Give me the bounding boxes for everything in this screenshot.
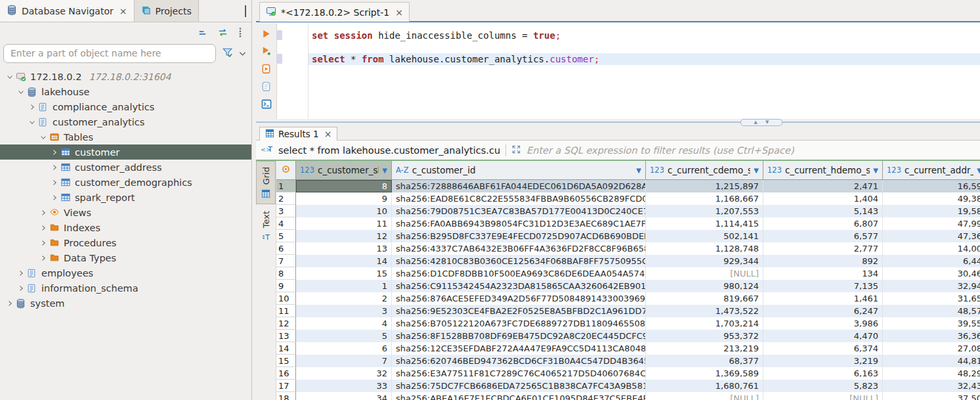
row-number[interactable]: 9	[276, 280, 296, 292]
table-cell[interactable]: 32,43	[883, 380, 980, 392]
table-cell[interactable]: 1,461	[763, 292, 883, 305]
table-cell[interactable]: sha256:B295D8FC337E9E4FECD0725D907ACD6B6…	[392, 230, 646, 242]
splitter-sash[interactable]: ▲ ▼	[740, 119, 782, 126]
row-number[interactable]: 2	[276, 192, 296, 205]
table-cell[interactable]: 1,404	[763, 192, 883, 205]
table-cell[interactable]: 213,219	[646, 342, 763, 355]
column-header-c_current_hdemo_sk[interactable]: 123c_current_hdemo_sk▼	[763, 161, 883, 179]
chevron-down-icon[interactable]	[26, 118, 37, 126]
table-cell[interactable]: 27,08	[883, 342, 980, 355]
table-cell[interactable]: sha256:8F1528BB708DF69EB475DC92A8C20EC44…	[392, 330, 646, 342]
tree-item-information-schema[interactable]: information_schema	[0, 280, 251, 296]
row-number[interactable]: 4	[276, 217, 296, 230]
chevron-right-icon[interactable]	[49, 148, 60, 156]
row-number[interactable]: 1	[276, 180, 296, 192]
table-cell[interactable]: 19,58	[883, 205, 980, 217]
table-cell[interactable]: sha256:FA0ABB6943B98054FC31D12D3E3AEC689…	[392, 217, 646, 230]
tree-item-indexes[interactable]: Indexes	[0, 220, 251, 235]
row-number[interactable]: 12	[276, 317, 296, 330]
table-cell[interactable]: 4	[296, 317, 392, 330]
sort-dropdown-icon[interactable]: ▼	[873, 167, 878, 174]
table-cell[interactable]: 502,141	[646, 230, 763, 242]
chevron-down-icon[interactable]	[15, 88, 26, 96]
table-cell[interactable]: 47,36	[883, 230, 980, 242]
table-cell[interactable]: 8	[296, 180, 392, 192]
tree-item-compliance-analytics[interactable]: compliance_analytics	[0, 99, 251, 114]
table-cell[interactable]: sha256:EAD8E61C8C22E555834FBBA9B60556CB2…	[392, 192, 646, 205]
table-cell[interactable]: 16,59	[883, 180, 980, 192]
view-menu-button[interactable]	[238, 27, 242, 37]
table-cell[interactable]: 7	[296, 355, 392, 367]
sql-code-area[interactable]: set session hide_inaccessible_columns = …	[309, 24, 980, 119]
tree-item-spark-report[interactable]: spark_report	[0, 190, 251, 205]
table-cell[interactable]: sha256:75DC7FCB6686EDA72565C1B838CA7FC43…	[392, 380, 646, 392]
table-cell[interactable]: 3,219	[763, 355, 883, 367]
table-cell[interactable]: 4,470	[763, 330, 883, 342]
tree-item-customer-analytics[interactable]: customer_analytics	[0, 114, 251, 129]
table-cell[interactable]: sha256:9E52303CE4FBA2E2F0525E8A5BFBD2C1A…	[392, 305, 646, 317]
table-cell[interactable]: 48,29	[883, 367, 980, 380]
chevron-right-icon[interactable]	[37, 209, 49, 217]
chevron-right-icon[interactable]	[37, 224, 49, 232]
editor-results-splitter[interactable]: ▲ ▼	[256, 119, 980, 126]
column-header-c_current_addr_sk[interactable]: 123c_current_addr_sk▼	[883, 161, 980, 179]
chevron-right-icon[interactable]	[49, 164, 60, 171]
row-number[interactable]: 5	[276, 230, 296, 242]
tree-item-views[interactable]: Views	[0, 205, 251, 220]
table-cell[interactable]: 7,135	[763, 280, 883, 292]
table-cell[interactable]: [NULL]	[646, 267, 763, 280]
table-cell[interactable]: 32,94	[883, 280, 980, 292]
row-number[interactable]: 6	[276, 242, 296, 255]
tab-projects[interactable]: Projects	[135, 0, 199, 22]
table-cell[interactable]: [NULL]	[646, 392, 763, 400]
table-cell[interactable]: 48,57	[883, 305, 980, 317]
chevron-down-icon[interactable]	[239, 48, 246, 58]
row-number[interactable]: 16	[276, 367, 296, 380]
sort-dropdown-icon[interactable]: ▼	[754, 167, 759, 174]
table-cell[interactable]: sha256:12CE35EFDABF272A4A47E9FA9CC5D4113…	[392, 342, 646, 355]
sort-dropdown-icon[interactable]: ▼	[382, 167, 387, 174]
chevron-right-icon[interactable]	[26, 103, 37, 111]
table-cell[interactable]: 2	[296, 292, 392, 305]
chevron-right-icon[interactable]	[49, 179, 60, 187]
table-cell[interactable]: sha256:C9115342454A2323DA815865CAA326064…	[392, 280, 646, 292]
maximize-view-icon[interactable]	[245, 6, 246, 16]
table-cell[interactable]: 14,00	[883, 242, 980, 255]
chevron-right-icon[interactable]	[49, 194, 60, 202]
chevron-down-icon[interactable]	[37, 133, 49, 141]
close-icon[interactable]: ×	[119, 6, 127, 16]
row-number[interactable]: 3	[276, 205, 296, 217]
column-header-c_customer_sk[interactable]: 123c_customer_sk▼	[296, 161, 392, 179]
table-cell[interactable]: sha256:620746BED947362BCD6CF31B0A4C547DD…	[392, 355, 646, 367]
table-cell[interactable]: 34	[296, 392, 392, 400]
table-cell[interactable]: 1,215,897	[646, 180, 763, 192]
sql-console-button[interactable]	[261, 99, 272, 109]
table-cell[interactable]: 39,55	[883, 317, 980, 330]
table-cell[interactable]: 30,46	[883, 267, 980, 280]
object-name-filter-input[interactable]	[3, 44, 216, 63]
table-cell[interactable]: 1,128,748	[646, 242, 763, 255]
table-cell[interactable]: 980,124	[646, 280, 763, 292]
table-cell[interactable]: 6,163	[763, 367, 883, 380]
tree-item-customer-address[interactable]: customer_address	[0, 160, 251, 175]
row-number[interactable]: 14	[276, 342, 296, 355]
table-cell[interactable]: 1,473,522	[646, 305, 763, 317]
close-icon[interactable]: ×	[324, 129, 332, 139]
table-cell[interactable]: 2,471	[763, 180, 883, 192]
table-cell[interactable]: sha256:4337C7AB6432E3B06FF4A3636FD2F8CC8…	[392, 242, 646, 255]
table-cell[interactable]: sha256:B705122120A673FC7DE6889727DB11809…	[392, 317, 646, 330]
chevron-right-icon[interactable]	[37, 254, 49, 262]
table-cell[interactable]: 1,680,761	[646, 380, 763, 392]
table-cell[interactable]: sha256:D1CDF8DBB10F500EA9693C86DE6DEAA05…	[392, 267, 646, 280]
execute-new-tab-button[interactable]	[261, 46, 272, 56]
table-cell[interactable]: 1,168,667	[646, 192, 763, 205]
table-cell[interactable]: 6,807	[763, 217, 883, 230]
chevron-right-icon[interactable]	[37, 239, 49, 247]
table-cell[interactable]: 32	[296, 367, 392, 380]
row-number[interactable]: 18	[276, 392, 296, 400]
table-cell[interactable]: 929,344	[646, 255, 763, 267]
table-cell[interactable]: 1,703,214	[646, 317, 763, 330]
select-all-corner[interactable]	[276, 161, 296, 179]
tree-item-system[interactable]: system	[0, 296, 251, 311]
table-cell[interactable]: 44,81	[883, 355, 980, 367]
